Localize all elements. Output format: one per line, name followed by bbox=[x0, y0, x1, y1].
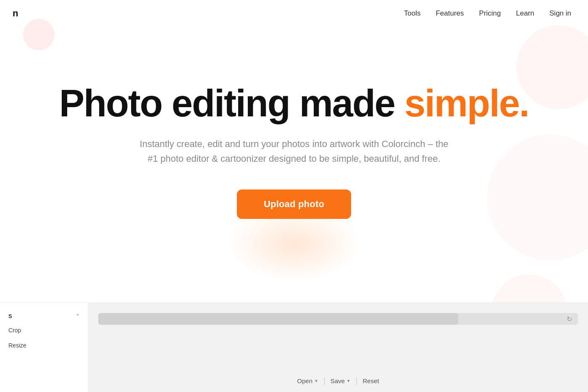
hero-subtitle: Instantly create, edit and turn your pho… bbox=[139, 137, 449, 166]
nav-item-features[interactable]: Features bbox=[436, 9, 464, 18]
open-caret-icon: ▼ bbox=[314, 379, 318, 383]
chevron-up-icon: ⌃ bbox=[76, 313, 79, 319]
main-nav: n Tools Features Pricing Learn Sign in bbox=[0, 0, 588, 27]
toolbar-divider-1: | bbox=[323, 376, 326, 385]
sidebar-section-label: S bbox=[8, 313, 12, 319]
nav-link-tools[interactable]: Tools bbox=[404, 9, 421, 17]
nav-link-features[interactable]: Features bbox=[436, 9, 464, 17]
open-button[interactable]: Open ▼ bbox=[297, 377, 318, 384]
sidebar-section-header: S ⌃ bbox=[0, 310, 88, 323]
hero-title-text: Photo editing made bbox=[59, 82, 404, 124]
editor-preview: S ⌃ Crop Resize ↻ Open ▼ | Save ▼ | Rese… bbox=[0, 303, 588, 392]
sidebar-item-crop[interactable]: Crop bbox=[0, 323, 88, 338]
nav-item-signin[interactable]: Sign in bbox=[549, 9, 571, 18]
hero-title-accent: simple. bbox=[404, 82, 529, 124]
upload-photo-button[interactable]: Upload photo bbox=[237, 189, 351, 219]
nav-link-pricing[interactable]: Pricing bbox=[479, 9, 501, 17]
save-button[interactable]: Save ▼ bbox=[331, 377, 351, 384]
nav-item-learn[interactable]: Learn bbox=[516, 9, 534, 18]
reset-button[interactable]: Reset bbox=[362, 377, 379, 384]
editor-canvas-fill bbox=[98, 313, 458, 325]
site-logo[interactable]: n bbox=[13, 8, 18, 19]
toolbar-divider-2: | bbox=[356, 376, 358, 385]
editor-canvas-bar: ↻ bbox=[98, 313, 578, 325]
nav-link-learn[interactable]: Learn bbox=[516, 9, 534, 17]
editor-sidebar: S ⌃ Crop Resize bbox=[0, 303, 88, 392]
nav-links: Tools Features Pricing Learn Sign in bbox=[404, 9, 571, 18]
nav-item-pricing[interactable]: Pricing bbox=[479, 9, 501, 18]
nav-item-tools[interactable]: Tools bbox=[404, 9, 421, 18]
editor-toolbar: Open ▼ | Save ▼ | Reset bbox=[297, 376, 379, 385]
hero-section: Photo editing made simple. Instantly cre… bbox=[0, 0, 588, 303]
refresh-icon[interactable]: ↻ bbox=[567, 315, 572, 323]
save-label: Save bbox=[331, 377, 345, 384]
open-label: Open bbox=[297, 377, 312, 384]
hero-title: Photo editing made simple. bbox=[59, 84, 529, 124]
editor-main-area: ↻ Open ▼ | Save ▼ | Reset bbox=[88, 303, 588, 392]
save-caret-icon: ▼ bbox=[346, 379, 351, 383]
reset-label: Reset bbox=[362, 377, 379, 384]
nav-link-signin[interactable]: Sign in bbox=[549, 9, 571, 17]
sidebar-item-resize[interactable]: Resize bbox=[0, 338, 88, 353]
